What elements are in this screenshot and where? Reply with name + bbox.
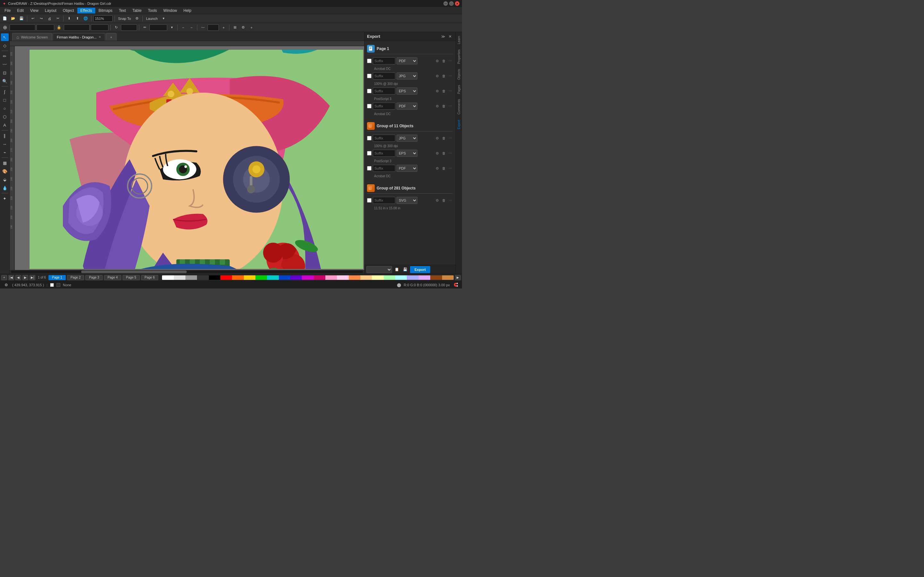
menu-layout[interactable]: Layout [42, 8, 60, 13]
swatch-cyan[interactable] [267, 276, 278, 280]
page1-row1-checkbox[interactable] [367, 59, 372, 63]
tab-pages[interactable]: Pages [457, 82, 461, 97]
page1-row2-suffix[interactable] [373, 73, 395, 79]
swatch-brown[interactable] [430, 276, 442, 280]
g281-delete-icon[interactable]: 🗑 [441, 197, 447, 203]
width-value[interactable]: 100.0 [37, 24, 54, 31]
delete-icon2[interactable]: 🗑 [441, 73, 447, 79]
cut-button[interactable]: ✂ [54, 15, 61, 22]
delete-icon[interactable]: 🗑 [441, 58, 447, 64]
settings-icon[interactable]: ⚙ [435, 58, 440, 64]
menu-tools[interactable]: Tools [145, 8, 160, 13]
settings-icon4[interactable]: ⚙ [435, 103, 440, 109]
first-page-button[interactable]: |◀ [8, 275, 14, 280]
zoom-tool[interactable]: 🔍 [1, 77, 9, 85]
swatch-dgray[interactable] [197, 276, 208, 280]
artwork-canvas[interactable] [29, 49, 363, 269]
text-tool[interactable]: A [1, 121, 9, 129]
maximize-button[interactable]: □ [449, 1, 454, 6]
close-panel-button[interactable]: ✕ [447, 34, 453, 39]
save-button[interactable]: 💾 [18, 15, 25, 22]
stroke-dropdown[interactable]: ▾ [168, 24, 176, 31]
menu-view[interactable]: View [27, 8, 42, 13]
group11-row2-format[interactable]: EPSPDFJPGPNGSVG [397, 150, 417, 157]
menu-text[interactable]: Text [115, 8, 129, 13]
footer-icon-btn2[interactable]: 💾 [402, 266, 409, 273]
prev-page-button[interactable]: ◀ [15, 275, 21, 280]
g11-delete-icon3[interactable]: 🗑 [441, 165, 447, 171]
group11-row1-suffix[interactable] [373, 135, 395, 142]
g11-more-icon3[interactable]: ⋯ [447, 165, 453, 171]
group281-row1-checkbox[interactable] [367, 198, 372, 203]
transform-mode[interactable]: ⊕ [1, 24, 8, 31]
delete-icon4[interactable]: 🗑 [441, 103, 447, 109]
menu-help[interactable]: Help [180, 8, 195, 13]
page1-row1-suffix[interactable] [373, 57, 395, 64]
group11-row1-format[interactable]: JPGPDFPNGSVGEPS [397, 135, 417, 142]
footer-format-select[interactable]: JPG [367, 266, 392, 273]
menu-effects[interactable]: Effects [78, 8, 95, 13]
smart-tool[interactable]: 〰 [1, 61, 9, 68]
next-page-button[interactable]: ▶ [23, 275, 28, 280]
menu-window[interactable]: Window [160, 8, 180, 13]
snap-button[interactable]: Snap To [117, 15, 132, 22]
group281-row1-format[interactable]: SVGPDFJPGPNGEPS [397, 197, 417, 204]
tab-properties[interactable]: Properties [457, 47, 461, 67]
g11-delete-icon[interactable]: 🗑 [441, 135, 447, 141]
g11-settings-icon[interactable]: ⚙ [435, 135, 440, 141]
freehand-tool[interactable]: ✏ [1, 52, 9, 60]
page-tab-1[interactable]: Page 1 [48, 275, 66, 280]
menu-file[interactable]: File [1, 8, 14, 13]
swatch-lblue[interactable] [407, 276, 418, 280]
close-button[interactable]: ✕ [455, 1, 459, 6]
open-button[interactable]: 📂 [10, 15, 17, 22]
stroke-input[interactable]: 3.0 px [150, 24, 167, 31]
more-icon2[interactable]: ⋯ [447, 73, 453, 79]
last-page-button[interactable]: ▶| [29, 275, 35, 280]
smooth-up[interactable]: + [220, 24, 227, 31]
g11-more-icon[interactable]: ⋯ [447, 135, 453, 141]
g281-settings-icon[interactable]: ⚙ [435, 197, 440, 203]
grid-button[interactable]: ⊞ [231, 24, 238, 31]
swatch-lemon[interactable] [372, 276, 383, 280]
g281-more-icon[interactable]: ⋯ [447, 197, 453, 203]
settings-icon2[interactable]: ⚙ [435, 73, 440, 79]
page1-row3-format[interactable]: EPSPDFJPGPNGSVG [397, 87, 417, 95]
page-tab-4[interactable]: Page 4 [104, 275, 121, 280]
settings-button[interactable]: ⚙ [240, 24, 247, 31]
publish-button[interactable]: 🌐 [82, 15, 89, 22]
page-tab-6[interactable]: Page 6 [141, 275, 158, 280]
import-button[interactable]: ⬇ [65, 15, 73, 22]
interactive-tool[interactable]: ✦ [1, 195, 9, 202]
page1-row1-format[interactable]: PDFJPGPNGSVGEPS [397, 57, 417, 64]
page-tab-2[interactable]: Page 2 [67, 275, 84, 280]
group11-row1-checkbox[interactable] [367, 136, 372, 140]
tab-learn[interactable]: Learn [457, 33, 461, 47]
minimize-button[interactable]: ─ [443, 1, 448, 6]
swatch-salmon[interactable] [349, 276, 360, 280]
lock-ratio[interactable]: 🔒 [55, 24, 63, 31]
swatch-vlpink[interactable] [337, 276, 349, 280]
more-icon4[interactable]: ⋯ [447, 103, 453, 109]
zoom-input[interactable]: 151% [94, 15, 113, 22]
g11-settings-icon3[interactable]: ⚙ [435, 165, 440, 171]
group11-row2-suffix[interactable] [373, 150, 395, 157]
menu-object[interactable]: Object [60, 8, 78, 13]
swatch-lgray[interactable] [174, 276, 186, 280]
scroll-thumb[interactable] [81, 271, 187, 273]
add-button[interactable]: + [248, 24, 255, 31]
footer-icon-btn1[interactable]: 📋 [393, 266, 401, 273]
eyedropper-tool[interactable]: 💧 [1, 184, 9, 192]
rect-tool[interactable]: □ [1, 96, 9, 104]
export-button[interactable]: ⬆ [74, 15, 81, 22]
page1-row2-format[interactable]: JPGPDFPNGSVGEPS [397, 73, 417, 79]
polygon-tool[interactable]: ⬡ [1, 113, 9, 121]
ellipse-tool[interactable]: ○ [1, 105, 9, 112]
horizontal-scrollbar[interactable] [10, 270, 364, 274]
launch-button[interactable]: Launch [145, 15, 159, 22]
crop-tool[interactable]: ⊡ [1, 69, 9, 77]
page-tab-5[interactable]: Page 5 [123, 275, 140, 280]
group11-row3-suffix[interactable] [373, 165, 395, 172]
swatch-orange[interactable] [232, 276, 244, 280]
settings-icon3[interactable]: ⚙ [435, 88, 440, 94]
